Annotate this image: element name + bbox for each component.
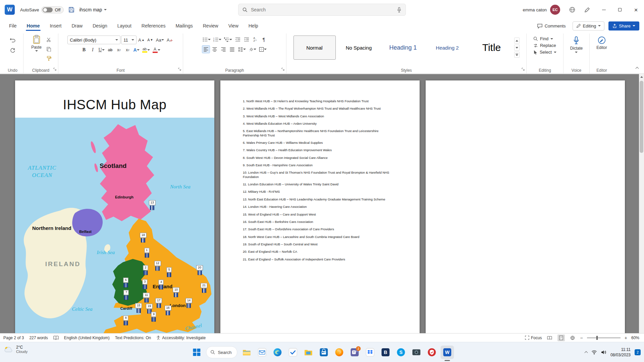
underline-button[interactable]: U: [97, 46, 105, 54]
autosave-toggle[interactable]: Off: [41, 6, 64, 13]
focus-button[interactable]: Focus: [525, 336, 542, 340]
weather-widget[interactable]: 2°C Cloudy: [3, 345, 28, 354]
paragraph-dialog-launcher[interactable]: [281, 66, 285, 72]
hub-list-item[interactable]: 16. South East HUB – Berkshire Care Asso…: [243, 220, 394, 224]
firefox-icon[interactable]: [333, 346, 346, 359]
document-page-list[interactable]: 1. North West HUB – St Helen's and Knows…: [220, 80, 420, 333]
accessibility-status[interactable]: Accessibility: Investigate: [156, 336, 206, 340]
shrink-font-button[interactable]: A▼: [146, 36, 154, 44]
wifi-icon[interactable]: [591, 350, 597, 355]
scroll-up-arrow[interactable]: [639, 74, 644, 79]
show-formatting-marks-button[interactable]: ¶: [260, 36, 268, 44]
font-dialog-launcher[interactable]: [178, 66, 181, 72]
align-center-button[interactable]: [211, 45, 219, 53]
collapse-ribbon-button[interactable]: [633, 65, 641, 71]
tab-insert[interactable]: Insert: [45, 21, 66, 31]
taskbar-search[interactable]: Search: [206, 346, 237, 358]
zoom-slider[interactable]: [587, 338, 621, 338]
print-layout-button[interactable]: [557, 335, 565, 341]
dictate-button[interactable]: Dictate: [570, 34, 583, 53]
file-explorer-icon[interactable]: [240, 346, 254, 359]
clipboard-dialog-launcher[interactable]: [53, 66, 57, 72]
zoom-slider-thumb[interactable]: [596, 336, 598, 340]
volume-icon[interactable]: [601, 350, 606, 355]
tab-references[interactable]: References: [137, 21, 170, 31]
decrease-indent-button[interactable]: [234, 36, 242, 44]
grow-font-button[interactable]: A▲: [137, 36, 146, 44]
word-app-icon[interactable]: W: [5, 5, 15, 15]
tab-review[interactable]: Review: [199, 21, 223, 31]
undo-button[interactable]: [9, 36, 17, 44]
zoom-in-button[interactable]: +: [625, 335, 627, 341]
format-painter-button[interactable]: [45, 54, 53, 62]
text-effects-button[interactable]: A: [132, 46, 141, 54]
hub-list-item[interactable]: 11. London Education HUB – University of…: [243, 182, 394, 186]
start-button[interactable]: [190, 346, 203, 359]
edge-icon[interactable]: [271, 346, 284, 359]
font-name-combobox[interactable]: Calibri (Body): [67, 36, 120, 44]
highlight-button[interactable]: ab: [141, 46, 151, 54]
mail-icon[interactable]: [256, 346, 269, 359]
security-icon[interactable]: [425, 346, 439, 359]
save-button[interactable]: [68, 7, 74, 13]
styles-scroll-up-button[interactable]: [514, 38, 520, 44]
find-button[interactable]: Find: [533, 36, 553, 41]
page-indicator[interactable]: Page 2 of 3: [3, 336, 24, 340]
tab-draw[interactable]: Draw: [67, 21, 87, 31]
global-search[interactable]: [238, 4, 406, 16]
proofing-status-icon[interactable]: [53, 336, 59, 340]
hub-list-item[interactable]: 7. Wales Country HUB – Health Education …: [243, 148, 394, 152]
search-input[interactable]: [251, 7, 393, 12]
tab-layout[interactable]: Layout: [113, 21, 136, 31]
redo-button[interactable]: [9, 46, 17, 54]
user-avatar[interactable]: EC: [550, 5, 560, 15]
web-layout-button[interactable]: [569, 335, 576, 341]
font-color-button[interactable]: A: [152, 46, 161, 54]
hub-list-item[interactable]: 6. Wales Primary Care HUB – Williams Med…: [243, 141, 394, 145]
borders-button[interactable]: [258, 45, 268, 53]
hub-list-item[interactable]: 9. South East HUB - Hampshire Care Assoc…: [243, 163, 394, 167]
read-mode-button[interactable]: [546, 335, 553, 341]
style-no-spacing[interactable]: No Spacing: [338, 36, 380, 60]
hub-list-item[interactable]: 12. Military HUB - RAFMS: [243, 190, 394, 194]
store-icon[interactable]: [317, 346, 331, 359]
document-heading[interactable]: IHSCM Hub Map: [15, 97, 214, 112]
document-title-control[interactable]: ihscm map: [79, 7, 107, 12]
close-button[interactable]: ×: [628, 0, 644, 19]
style-normal[interactable]: Normal: [293, 36, 336, 60]
skype-icon[interactable]: S: [394, 346, 408, 359]
select-button[interactable]: Select: [533, 50, 556, 55]
document-page-blank[interactable]: [426, 80, 625, 333]
folder-icon[interactable]: [302, 346, 315, 359]
font-size-combobox[interactable]: 11: [121, 36, 137, 44]
word-icon[interactable]: W: [441, 346, 454, 359]
bing-icon[interactable]: B: [379, 346, 392, 359]
line-spacing-button[interactable]: [237, 45, 247, 53]
clear-formatting-button[interactable]: A: [166, 36, 174, 44]
hub-list-item[interactable]: 21. East of England – Suffolk Associatio…: [243, 257, 394, 261]
hub-list-item[interactable]: 13. North East Education HUB – NHS Leade…: [243, 197, 394, 201]
tab-design[interactable]: Design: [88, 21, 112, 31]
copy-button[interactable]: [45, 45, 53, 53]
minimize-button[interactable]: [596, 0, 612, 19]
tab-view[interactable]: View: [224, 21, 243, 31]
hub-list-item[interactable]: 1. North West HUB – St Helen's and Knows…: [243, 99, 394, 103]
language-indicator[interactable]: English (United Kingdom): [64, 336, 110, 340]
hub-list-item[interactable]: 14. London HUB - Havering Care Associati…: [243, 205, 394, 209]
multilevel-list-button[interactable]: [223, 36, 233, 44]
todo-icon[interactable]: [286, 346, 300, 359]
cut-button[interactable]: [45, 36, 53, 44]
justify-button[interactable]: [228, 45, 236, 53]
hub-list-item[interactable]: 19. South of England HUB – South Central…: [243, 242, 394, 246]
teams-icon[interactable]: T2: [348, 346, 362, 359]
hub-list-item[interactable]: 2. West Midlands HUB – The Royal Wolverh…: [243, 107, 394, 111]
styles-scroll-down-button[interactable]: [514, 45, 520, 51]
taskbar-clock[interactable]: 11:11 08/03/2023: [610, 347, 631, 358]
hub-list-item[interactable]: 10. London HUB – Guy's and St Thomas's N…: [243, 171, 394, 179]
tab-file[interactable]: File: [5, 21, 21, 31]
hub-list-item[interactable]: 20. East of England HUB – Norfolk CA: [243, 250, 394, 254]
tab-help[interactable]: Help: [244, 21, 263, 31]
change-case-button[interactable]: Aa: [155, 36, 165, 44]
hub-list-item[interactable]: 15. West of England HUB – Care and Suppo…: [243, 213, 394, 217]
editor-button[interactable]: Editor: [596, 34, 607, 50]
